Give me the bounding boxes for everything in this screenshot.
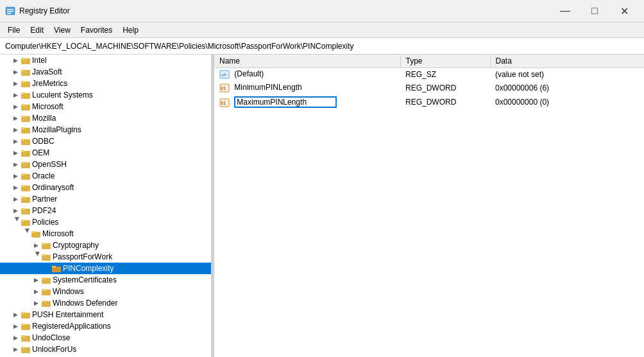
tree-label: Intel — [32, 56, 47, 65]
tree-item-mozilla[interactable]: ▶ Mozilla — [0, 112, 211, 124]
svg-rect-34 — [21, 220, 25, 222]
expand-icon[interactable]: ▶ — [10, 194, 21, 204]
row-data-cell: (value not set) — [490, 68, 644, 82]
tree-item-microsoft-policies[interactable]: ▶ Microsoft — [0, 228, 211, 239]
menu-bar: File Edit View Favorites Help — [0, 22, 644, 38]
tree-item-openssh[interactable]: ▶ OpenSSH — [0, 159, 211, 170]
tree-label: MozillaPlugins — [32, 125, 81, 134]
tree-label: Windows — [53, 287, 84, 296]
expand-icon[interactable]: ▶ — [10, 321, 21, 331]
tree-item-mozillaplugins[interactable]: ▶ MozillaPlugins — [0, 124, 211, 135]
maximize-button[interactable]: □ — [580, 0, 609, 22]
name-edit-input[interactable] — [234, 96, 337, 108]
expand-icon[interactable]: ▶ — [10, 113, 21, 123]
tree-item-policies[interactable]: ▶ Policies — [0, 216, 211, 228]
tree-item-odbc[interactable]: ▶ ODBC — [0, 135, 211, 147]
folder-icon — [41, 240, 51, 250]
tree-label: UnlockForUs — [32, 345, 76, 354]
tree-item-registeredapps[interactable]: ▶ RegisteredApplications — [0, 320, 211, 332]
tree-item-microsoft-root[interactable]: ▶ Microsoft — [0, 101, 211, 112]
expand-icon[interactable]: ▶ — [10, 159, 21, 170]
expand-icon[interactable]: ▶ — [31, 240, 41, 250]
tree-item-intel[interactable]: ▶ Intel — [0, 55, 211, 66]
row-data-cell: 0x00000000 (0) — [490, 95, 644, 110]
expand-icon[interactable]: ▶ — [10, 333, 21, 343]
tree-item-passportforwork[interactable]: ▶ PassportForWork — [0, 251, 211, 263]
column-data[interactable]: Data — [490, 55, 644, 68]
tree-item-unlockforus[interactable]: ▶ UnlockForUs — [0, 344, 211, 355]
tree-item-ordinarysoft[interactable]: ▶ Ordinarysoft — [0, 182, 211, 193]
svg-text:01: 01 — [221, 86, 226, 91]
svg-rect-12 — [21, 92, 25, 94]
svg-rect-1 — [7, 9, 13, 10]
table-row-editing[interactable]: 01 REG_DWORD 0x00000000 (0) — [214, 95, 644, 110]
table-row[interactable]: ab (Default) REG_SZ (value not set) — [214, 68, 644, 82]
expand-icon[interactable]: ▶ — [10, 125, 21, 135]
expand-icon[interactable]: ▶ — [31, 286, 41, 297]
tree-item-windowsdefender[interactable]: ▶ Windows Defender — [0, 297, 211, 309]
folder-icon — [21, 333, 31, 343]
tree-label: Microsoft — [42, 229, 74, 238]
row-type-cell: REG_DWORD — [400, 82, 490, 95]
tree-item-systemcertificates[interactable]: ▶ SystemCertificates — [0, 274, 211, 286]
tree-item-jremetrics[interactable]: ▶ JreMetrics — [0, 78, 211, 89]
tree-panel[interactable]: ▶ Intel ▶ JavaSoft ▶ JreMetrics ▶ — [0, 55, 212, 357]
folder-icon — [21, 136, 31, 146]
expand-icon[interactable]: ▶ — [31, 298, 41, 308]
svg-rect-24 — [21, 162, 25, 164]
folder-icon — [21, 55, 31, 65]
expand-icon[interactable]: ▶ — [10, 136, 21, 146]
svg-rect-50 — [21, 312, 25, 314]
tree-item-windows[interactable]: ▶ Windows — [0, 286, 211, 297]
expand-icon[interactable]: ▶ — [31, 275, 41, 285]
tree-label: UndoClose — [32, 333, 70, 342]
svg-text:ab: ab — [221, 72, 226, 78]
minimize-button[interactable]: — — [550, 0, 580, 22]
registry-editor-icon — [5, 6, 15, 16]
close-button[interactable]: ✕ — [609, 0, 639, 22]
table-row[interactable]: 01 MinimumPINLength REG_DWORD 0x00000006… — [214, 82, 644, 95]
tree-label: ODBC — [32, 137, 55, 146]
expand-icon[interactable]: ▶ — [10, 205, 21, 216]
tree-item-pdf24[interactable]: ▶ PDF24 — [0, 205, 211, 216]
tree-item-javasoft[interactable]: ▶ JavaSoft — [0, 66, 211, 78]
expand-icon[interactable]: ▶ — [10, 344, 21, 354]
expand-icon[interactable]: ▶ — [10, 55, 21, 65]
tree-item-cryptography[interactable]: ▶ Cryptography — [0, 239, 211, 251]
folder-selected-icon — [51, 263, 62, 274]
title-bar-title: Registry Editor — [19, 6, 70, 15]
folder-icon — [21, 205, 31, 216]
expand-icon[interactable]: ▶ — [10, 67, 21, 77]
tree-item-pincomplexity[interactable]: PINComplexity — [0, 263, 211, 274]
expand-icon[interactable]: ▶ — [21, 229, 31, 239]
tree-item-oracle[interactable]: ▶ Oracle — [0, 170, 211, 182]
tree-item-oem[interactable]: ▶ OEM — [0, 147, 211, 159]
menu-edit[interactable]: Edit — [25, 24, 49, 36]
expand-icon[interactable]: ▶ — [10, 101, 21, 112]
tree-label: Oracle — [32, 171, 55, 180]
tree-item-pushentertainment[interactable]: ▶ PUSH Entertainment — [0, 309, 211, 320]
folder-icon — [21, 171, 31, 181]
folder-icon — [21, 113, 31, 123]
tree-item-partner[interactable]: ▶ Partner — [0, 193, 211, 205]
expand-icon[interactable]: ▶ — [10, 309, 21, 320]
expand-icon[interactable]: ▶ — [10, 171, 21, 181]
address-path[interactable]: Computer\HKEY_LOCAL_MACHINE\SOFTWARE\Pol… — [3, 40, 356, 52]
tree-item-luculent[interactable]: ▶ Luculent Systems — [0, 89, 211, 101]
expand-icon[interactable]: ▶ — [10, 217, 21, 227]
menu-view[interactable]: View — [49, 24, 76, 36]
column-name[interactable]: Name — [214, 55, 400, 68]
expand-icon[interactable]: ▶ — [10, 148, 21, 158]
menu-favorites[interactable]: Favorites — [76, 24, 117, 36]
expand-icon[interactable]: ▶ — [10, 182, 21, 193]
expand-icon[interactable]: ▶ — [10, 90, 21, 100]
column-type[interactable]: Type — [400, 55, 490, 68]
tree-item-undoclose[interactable]: ▶ UndoClose — [0, 332, 211, 344]
folder-icon — [21, 148, 31, 158]
menu-file[interactable]: File — [3, 24, 25, 36]
expand-icon[interactable]: ▶ — [10, 78, 21, 89]
address-bar: Computer\HKEY_LOCAL_MACHINE\SOFTWARE\Pol… — [0, 38, 644, 55]
menu-help[interactable]: Help — [117, 24, 144, 36]
expand-icon[interactable]: ▶ — [31, 252, 41, 262]
dword-icon: 01 — [219, 83, 230, 93]
